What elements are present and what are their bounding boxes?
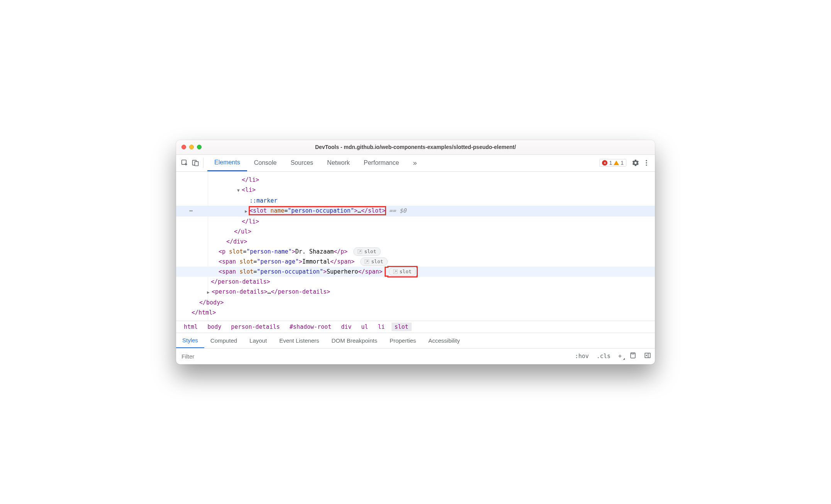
titlebar: DevTools - mdn.github.io/web-components-… <box>176 140 655 155</box>
slot-reveal-badge[interactable]: slot <box>360 257 387 266</box>
tab-more[interactable]: » <box>406 155 424 171</box>
tab-computed[interactable]: Computed <box>204 333 243 348</box>
dom-ul-close[interactable]: </ul> <box>234 228 251 235</box>
dom-person-details-2[interactable]: ▶<person-details>…</person-details> <box>176 287 655 298</box>
gear-icon[interactable] <box>630 157 641 168</box>
crumb-html[interactable]: html <box>181 323 201 331</box>
highlight-slot-element: <slot name="person-occupation">…</slot> <box>249 207 385 215</box>
slot-reveal-badge[interactable]: slot <box>389 267 416 276</box>
svg-point-5 <box>646 164 647 166</box>
new-style-rule-icon[interactable]: +◢ <box>614 353 626 360</box>
dom-li-close[interactable]: </li> <box>242 176 259 183</box>
issues-counter[interactable]: × 1 1 <box>599 159 626 167</box>
dom-div-close[interactable]: </div> <box>226 238 247 245</box>
selected-node[interactable]: ⋯▶<slot name="person-occupation">…</slot… <box>176 206 655 216</box>
crumb-div[interactable]: div <box>338 323 354 331</box>
svg-point-4 <box>646 162 647 163</box>
computed-styles-icon[interactable] <box>626 352 640 360</box>
main-tabs: Elements Console Sources Network Perform… <box>207 155 424 171</box>
slot-reveal-badge[interactable]: slot <box>353 247 380 256</box>
device-toggle-icon[interactable] <box>190 157 201 168</box>
kebab-icon[interactable] <box>641 157 652 168</box>
crumb-body[interactable]: body <box>204 323 224 331</box>
crumb-person-details[interactable]: person-details <box>228 323 283 331</box>
tab-event-listeners[interactable]: Event Listeners <box>273 333 325 348</box>
breadcrumb: html body person-details #shadow-root di… <box>176 321 655 333</box>
cls-toggle[interactable]: .cls <box>593 353 614 360</box>
window-title: DevTools - mdn.github.io/web-components-… <box>176 144 655 150</box>
dom-p-person-name[interactable]: <p slot="person-name">Dr. Shazaam</p> sl… <box>176 247 655 257</box>
highlight-slot-badge: slot <box>386 268 416 275</box>
crumb-slot[interactable]: slot <box>392 323 412 331</box>
dom-li-open[interactable]: <li> <box>242 186 256 193</box>
tab-performance[interactable]: Performance <box>357 155 406 171</box>
tab-elements[interactable]: Elements <box>207 155 247 171</box>
collapse-icon[interactable]: ▶ <box>245 206 249 216</box>
tab-accessibility[interactable]: Accessibility <box>422 333 466 348</box>
minimize-window-icon[interactable] <box>189 145 194 149</box>
svg-point-3 <box>646 160 647 161</box>
close-window-icon[interactable] <box>181 145 186 149</box>
error-icon: × <box>602 160 607 166</box>
zoom-window-icon[interactable] <box>197 145 202 149</box>
toolbar: Elements Console Sources Network Perform… <box>176 155 655 172</box>
tab-dom-breakpoints[interactable]: DOM Breakpoints <box>326 333 383 348</box>
styles-filter-input[interactable] <box>176 353 571 360</box>
dom-span-person-occupation[interactable]: <span slot="person-occupation">Superhero… <box>176 267 655 277</box>
tab-sources[interactable]: Sources <box>283 155 320 171</box>
svg-rect-2 <box>195 162 198 166</box>
hov-toggle[interactable]: :hov <box>571 353 593 360</box>
row-actions-icon[interactable]: ⋯ <box>176 206 207 216</box>
dom-li-close2[interactable]: </li> <box>242 218 259 225</box>
console-ref: == $0 <box>385 207 406 214</box>
tab-properties[interactable]: Properties <box>383 333 422 348</box>
dom-person-details-close[interactable]: </person-details> <box>211 278 270 285</box>
dom-marker[interactable]: ::marker <box>249 197 277 204</box>
error-count: 1 <box>609 160 612 166</box>
tab-console[interactable]: Console <box>247 155 284 171</box>
styles-filter-bar: :hov .cls +◢ <box>176 348 655 364</box>
toggle-sidebar-icon[interactable] <box>640 352 655 360</box>
expand-icon[interactable]: ▼ <box>237 186 242 196</box>
tab-styles[interactable]: Styles <box>176 333 204 348</box>
tab-network[interactable]: Network <box>320 155 357 171</box>
dom-tree[interactable]: </li> ▼<li> ::marker ⋯▶<slot name="perso… <box>176 172 655 321</box>
crumb-shadow-root[interactable]: #shadow-root <box>287 323 334 331</box>
crumb-ul[interactable]: ul <box>358 323 371 331</box>
inspect-icon[interactable] <box>179 157 190 168</box>
window-controls <box>181 145 202 149</box>
warning-count: 1 <box>621 160 624 166</box>
crumb-li[interactable]: li <box>375 323 388 331</box>
collapse-icon[interactable]: ▶ <box>207 288 212 298</box>
dom-html-close[interactable]: </html> <box>192 309 216 316</box>
devtools-window: DevTools - mdn.github.io/web-components-… <box>176 140 655 364</box>
dom-span-person-age[interactable]: <span slot="person-age">Immortal</span> … <box>176 257 655 267</box>
warning-icon <box>614 161 619 165</box>
tab-layout[interactable]: Layout <box>243 333 273 348</box>
svg-rect-9 <box>631 353 635 358</box>
styles-tabs: Styles Computed Layout Event Listeners D… <box>176 333 655 348</box>
dom-body-close[interactable]: </body> <box>199 299 224 306</box>
